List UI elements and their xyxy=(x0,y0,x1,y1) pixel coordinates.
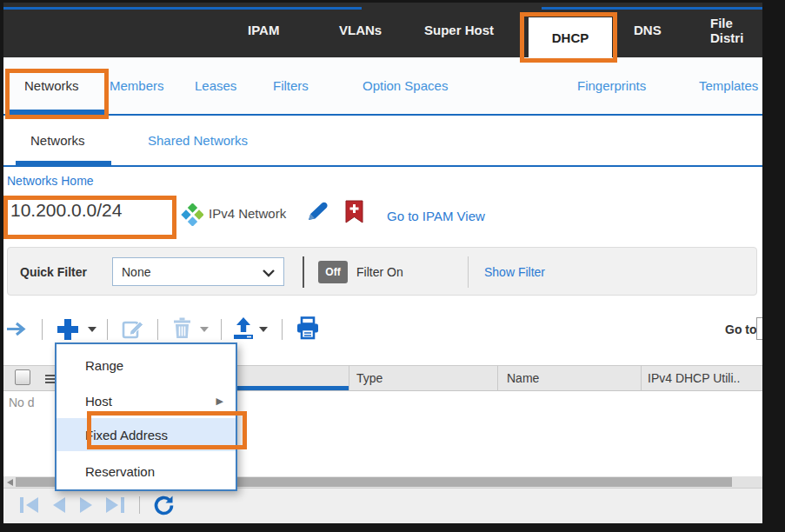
ipv4-network-icon xyxy=(181,203,203,226)
subnav-active-underline xyxy=(9,110,107,114)
subnav-filters-label: Filters xyxy=(273,78,309,93)
toptab-dhcp-label: DHCP xyxy=(552,30,589,45)
add-caret-icon[interactable] xyxy=(88,327,96,332)
subnav-fingerprints-label: Fingerprints xyxy=(577,78,646,93)
scroll-left-arrow-icon[interactable] xyxy=(7,479,13,486)
subnav-members-label: Members xyxy=(110,78,164,93)
menu-item-range[interactable]: Range xyxy=(57,348,236,383)
select-all-checkbox[interactable] xyxy=(15,369,30,385)
subnav-networks[interactable]: Networks xyxy=(24,57,79,114)
menu-item-fixed-address-label: Fixed Address xyxy=(85,428,168,442)
delete-trash-icon-disabled xyxy=(172,317,192,339)
tab-active-underline xyxy=(16,161,111,165)
edit-icon-disabled xyxy=(122,317,144,340)
menu-item-range-label: Range xyxy=(85,358,123,373)
toptab-file-distribution[interactable]: File Distri xyxy=(710,3,762,57)
toptab-vlans-label: VLANs xyxy=(339,23,382,37)
dhcp-subnav: Networks Members Leases Filters Option S… xyxy=(3,57,762,116)
menu-item-host[interactable]: Host▶ xyxy=(57,383,236,419)
column-divider xyxy=(641,365,642,391)
tab-networks[interactable]: Networks xyxy=(30,116,85,165)
quick-filter-value: None xyxy=(113,265,150,279)
quick-filter-panel: Quick Filter None Off Filter On Show Fil… xyxy=(7,247,757,296)
add-icon[interactable] xyxy=(56,317,80,342)
add-dropdown-menu: Range Host▶ Fixed Address Reservation xyxy=(55,342,237,491)
subnav-leases[interactable]: Leases xyxy=(195,57,236,114)
last-page-icon[interactable] xyxy=(104,496,125,514)
first-page-icon[interactable] xyxy=(19,496,40,514)
subnav-members[interactable]: Members xyxy=(110,57,164,114)
chevron-down-icon xyxy=(263,269,275,277)
column-divider xyxy=(497,365,498,391)
menu-item-reservation[interactable]: Reservation xyxy=(57,454,236,489)
menu-item-fixed-address[interactable]: Fixed Address xyxy=(57,418,236,451)
toptab-ipam-label: IPAM xyxy=(248,23,279,37)
tab-shared-networks-label: Shared Networks xyxy=(148,133,248,148)
toptab-dns[interactable]: DNS xyxy=(634,3,662,57)
bookmark-add-icon[interactable] xyxy=(344,200,364,223)
toptab-vlans[interactable]: VLANs xyxy=(339,3,382,57)
pager-separator xyxy=(139,496,140,514)
toptab-dns-label: DNS xyxy=(634,23,662,37)
filter-divider xyxy=(303,256,304,288)
goto-label: Go to xyxy=(725,323,757,336)
toolbar-separator xyxy=(157,319,158,340)
toolbar-separator xyxy=(42,319,43,340)
network-type-label: IPv4 Network xyxy=(209,206,286,221)
submenu-arrow-icon: ▶ xyxy=(216,396,223,407)
goto-ipam-link[interactable]: Go to IPAM View xyxy=(387,209,485,223)
toolbar-separator xyxy=(221,319,222,340)
breadcrumb[interactable]: Networks Home xyxy=(7,174,94,188)
edit-pencil-icon[interactable] xyxy=(303,200,330,224)
top-nav-bar: IPAM VLANs Super Host DHCP DNS File Dist… xyxy=(3,3,762,57)
filter-toggle[interactable]: Off xyxy=(318,261,348,283)
show-filter-link[interactable]: Show Filter xyxy=(484,265,545,279)
import-export-icon[interactable] xyxy=(232,316,255,340)
subnav-fingerprints[interactable]: Fingerprints xyxy=(577,57,646,114)
toptab-file-distribution-label: File Distri xyxy=(710,16,762,45)
toolbar-separator xyxy=(107,319,108,340)
page-title: 10.200.0.0/24 xyxy=(10,200,122,221)
breadcrumb-label: Networks Home xyxy=(7,174,94,188)
next-page-icon[interactable] xyxy=(78,496,94,514)
go-forward-arrow-icon[interactable] xyxy=(6,322,29,336)
networks-tab-strip: Networks Shared Networks xyxy=(3,116,762,167)
toptab-ipam[interactable]: IPAM xyxy=(248,3,279,57)
tab-networks-label: Networks xyxy=(30,133,85,148)
column-divider xyxy=(349,365,349,391)
prev-page-icon[interactable] xyxy=(51,496,67,514)
column-header-name[interactable]: Name xyxy=(507,371,539,385)
menu-item-host-label: Host xyxy=(85,394,112,409)
print-icon[interactable] xyxy=(296,316,320,340)
subnav-templates-label: Templates xyxy=(699,78,758,93)
app-window: IPAM VLANs Super Host DHCP DNS File Dist… xyxy=(3,3,762,523)
toolbar-separator xyxy=(282,319,283,340)
filter-on-label: Filter On xyxy=(356,265,403,279)
subnav-option-spaces[interactable]: Option Spaces xyxy=(363,57,448,114)
column-header-dhcp-utilization[interactable]: IPv4 DHCP Utili.. xyxy=(648,371,740,385)
delete-caret-icon xyxy=(200,327,209,332)
goto-input[interactable] xyxy=(756,317,762,340)
subnav-networks-label: Networks xyxy=(24,78,79,93)
toptab-dhcp[interactable]: DHCP xyxy=(529,17,612,57)
column-header-type[interactable]: Type xyxy=(356,371,383,385)
filter-toggle-label: Off xyxy=(325,266,340,278)
toptab-super-host-label: Super Host xyxy=(424,23,494,37)
menu-item-reservation-label: Reservation xyxy=(85,464,155,479)
subnav-filters[interactable]: Filters xyxy=(273,57,309,114)
screenshot-frame: IPAM VLANs Super Host DHCP DNS File Dist… xyxy=(0,0,785,532)
empty-table-message: No d xyxy=(9,396,35,409)
subnav-option-spaces-label: Option Spaces xyxy=(363,78,448,93)
import-caret-icon[interactable] xyxy=(259,327,268,332)
quick-filter-label: Quick Filter xyxy=(20,265,87,279)
subnav-templates[interactable]: Templates xyxy=(699,57,758,114)
top-accent-line-left xyxy=(3,7,362,10)
refresh-icon[interactable] xyxy=(153,495,175,516)
toptab-super-host[interactable]: Super Host xyxy=(424,3,494,57)
quick-filter-select[interactable]: None xyxy=(112,257,284,286)
subnav-leases-label: Leases xyxy=(195,78,236,93)
filter-divider-2 xyxy=(468,256,469,288)
tab-shared-networks[interactable]: Shared Networks xyxy=(148,116,248,165)
